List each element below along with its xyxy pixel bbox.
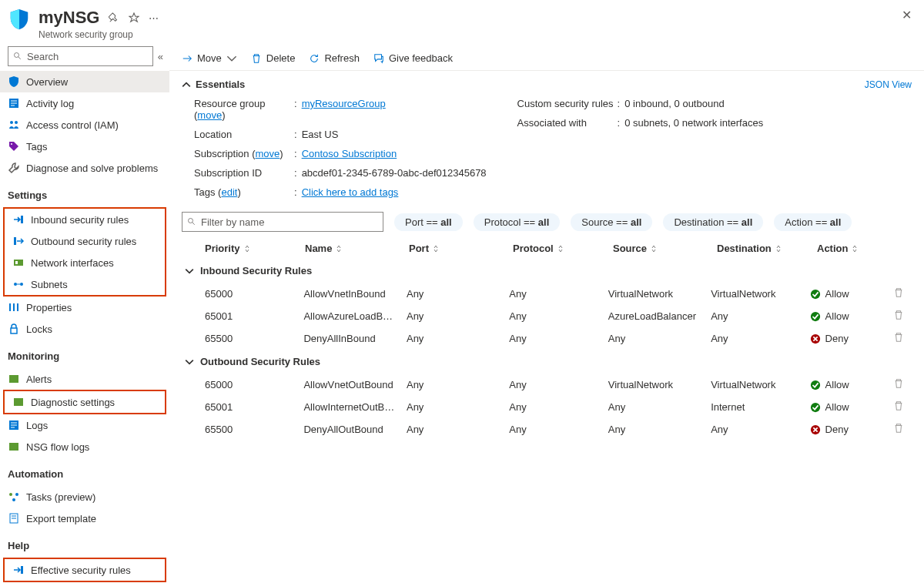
page-subtitle: Network security group	[38, 29, 160, 40]
rg-link[interactable]: myResourceGroup	[302, 98, 386, 121]
svg-point-5	[11, 143, 12, 145]
col-name[interactable]: Name	[305, 243, 409, 254]
props-icon	[8, 301, 20, 313]
filter-protocol[interactable]: Protocol == all	[474, 213, 561, 231]
svg-rect-9	[15, 261, 18, 264]
sidebar-item-tags[interactable]: Tags	[0, 136, 169, 157]
refresh-icon	[309, 53, 320, 64]
delete-row-icon[interactable]	[893, 423, 912, 436]
sidebar-item-nsg-flow-logs[interactable]: NSG flow logs	[0, 436, 169, 457]
sidebar-item-effective-security-rules[interactable]: Effective security rules	[5, 559, 165, 581]
table-row[interactable]: 65000AllowVnetInBoundAnyAnyVirtualNetwor…	[182, 283, 912, 305]
delete-row-icon[interactable]	[893, 287, 912, 300]
svg-point-18	[15, 493, 18, 496]
svg-point-0	[15, 53, 19, 58]
col-action[interactable]: Action	[817, 243, 902, 254]
sidebar-item-locks[interactable]: Locks	[0, 318, 169, 340]
shield-icon	[8, 75, 20, 88]
filter-port[interactable]: Port == all	[394, 213, 463, 231]
star-icon[interactable]	[129, 12, 139, 23]
col-protocol[interactable]: Protocol	[513, 243, 613, 254]
sub-link[interactable]: Contoso Subscription	[302, 148, 397, 159]
sidebar-item-activity-log[interactable]: Activity log	[0, 92, 169, 114]
move-icon	[182, 53, 192, 64]
sidebar-item-outbound-security-rules[interactable]: Outbound security rules	[5, 230, 165, 252]
sidebar-item-diagnostic-settings[interactable]: Diagnostic settings	[5, 391, 165, 413]
sidebar-item-logs[interactable]: Logs	[0, 414, 169, 436]
col-port[interactable]: Port	[409, 243, 513, 254]
table-row[interactable]: 65001AllowAzureLoadBalanc…AnyAnyAzureLoa…	[182, 305, 912, 327]
search-input[interactable]: Search	[8, 46, 153, 66]
export-icon	[8, 512, 20, 524]
chevron-down-icon	[226, 53, 237, 64]
nic-icon	[12, 256, 25, 269]
logs-icon	[8, 419, 20, 431]
table-row[interactable]: 65001AllowInternetOutBoundAnyAnyAnyInter…	[182, 396, 912, 418]
tag-icon	[8, 140, 20, 152]
refresh-button[interactable]: Refresh	[309, 52, 360, 64]
svg-line-25	[192, 223, 195, 225]
table-row[interactable]: 65500DenyAllInBoundAnyAnyAnyAnyDeny	[182, 327, 912, 350]
sidebar-item-export-template[interactable]: Export template	[0, 508, 169, 529]
svg-point-17	[9, 493, 12, 496]
sub-move-link[interactable]: move	[256, 148, 280, 159]
tasks-icon	[8, 491, 20, 503]
sidebar-item-inbound-security-rules[interactable]: Inbound security rules	[5, 209, 165, 230]
svg-point-11	[20, 283, 23, 286]
filter-destination[interactable]: Destination == all	[663, 213, 763, 231]
in-icon	[12, 213, 25, 226]
svg-rect-14	[14, 398, 23, 406]
table-row[interactable]: 65000AllowVnetOutBoundAnyAnyVirtualNetwo…	[182, 374, 912, 396]
svg-point-27	[810, 311, 819, 320]
sidebar: Search « OverviewActivity logAccess cont…	[0, 46, 169, 583]
pin-icon[interactable]	[109, 12, 119, 23]
json-view-link[interactable]: JSON View	[865, 79, 912, 90]
chevron-down-icon	[185, 266, 194, 276]
toolbar: Move Delete Refresh Give feedback	[169, 46, 924, 71]
rg-move-link[interactable]: move	[197, 109, 222, 121]
close-icon[interactable]: ✕	[902, 8, 912, 22]
sidebar-item-tasks-preview-[interactable]: Tasks (preview)	[0, 486, 169, 508]
search-icon	[187, 217, 196, 226]
delete-row-icon[interactable]	[893, 400, 912, 414]
svg-rect-12	[11, 328, 17, 333]
col-priority[interactable]: Priority	[205, 243, 305, 254]
sidebar-item-alerts[interactable]: Alerts	[0, 368, 169, 390]
table-row[interactable]: 65500DenyAllOutBoundAnyAnyAnyAnyDeny	[182, 418, 912, 441]
filter-input[interactable]: Filter by name	[182, 212, 383, 232]
tags-edit-link[interactable]: edit	[221, 186, 237, 198]
svg-rect-21	[21, 566, 23, 574]
chevron-up-icon[interactable]	[182, 80, 191, 89]
trash-icon	[251, 53, 262, 64]
sidebar-item-subnets[interactable]: Subnets	[5, 273, 165, 295]
add-tags-link[interactable]: Click here to add tags	[302, 186, 399, 198]
delete-row-icon[interactable]	[893, 332, 912, 345]
svg-rect-6	[21, 216, 23, 223]
more-icon[interactable]: ⋯	[149, 12, 160, 24]
section-help: Help	[0, 529, 169, 555]
filter-action[interactable]: Action == all	[774, 213, 852, 231]
sidebar-item-overview[interactable]: Overview	[0, 71, 169, 92]
col-destination[interactable]: Destination	[717, 243, 817, 254]
sidebar-item-properties[interactable]: Properties	[0, 297, 169, 318]
log-icon	[8, 97, 20, 109]
group-outbound[interactable]: Outbound Security Rules	[182, 350, 912, 374]
delete-row-icon[interactable]	[893, 378, 912, 391]
delete-button[interactable]: Delete	[251, 52, 296, 64]
col-source[interactable]: Source	[613, 243, 717, 254]
section-monitoring: Monitoring	[0, 340, 169, 365]
feedback-button[interactable]: Give feedback	[373, 52, 453, 64]
feedback-icon	[373, 53, 384, 64]
filter-source[interactable]: Source == all	[571, 213, 652, 231]
move-button[interactable]: Move	[182, 52, 237, 64]
page-title: myNSG	[38, 8, 99, 28]
delete-row-icon[interactable]	[893, 310, 912, 323]
sidebar-item-network-interfaces[interactable]: Network interfaces	[5, 252, 165, 273]
shield-icon	[8, 8, 31, 31]
collapse-icon[interactable]: «	[158, 51, 163, 62]
svg-point-4	[15, 121, 18, 124]
group-inbound[interactable]: Inbound Security Rules	[182, 259, 912, 283]
essentials-title: Essentials	[196, 79, 245, 90]
sidebar-item-diagnose-and-solve-problems[interactable]: Diagnose and solve problems	[0, 157, 169, 179]
sidebar-item-access-control-iam-[interactable]: Access control (IAM)	[0, 114, 169, 136]
